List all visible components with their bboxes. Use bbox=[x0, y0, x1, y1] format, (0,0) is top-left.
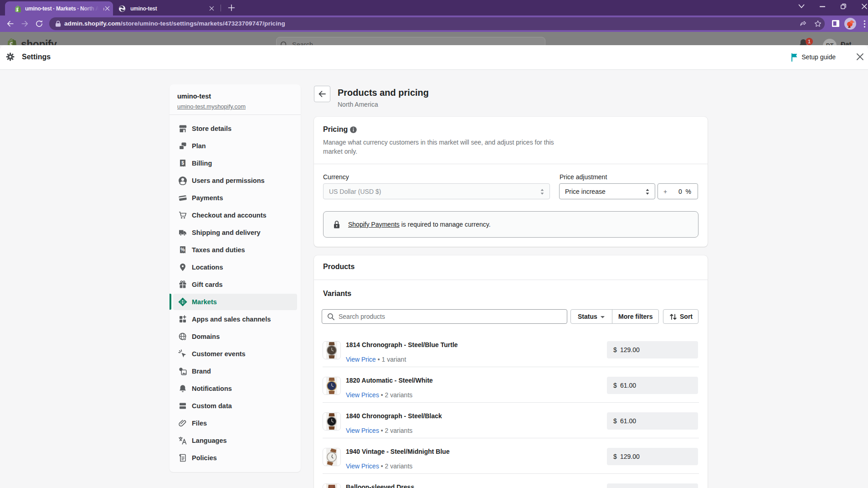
svg-text:%: % bbox=[180, 247, 185, 252]
svg-text:$: $ bbox=[181, 161, 184, 166]
